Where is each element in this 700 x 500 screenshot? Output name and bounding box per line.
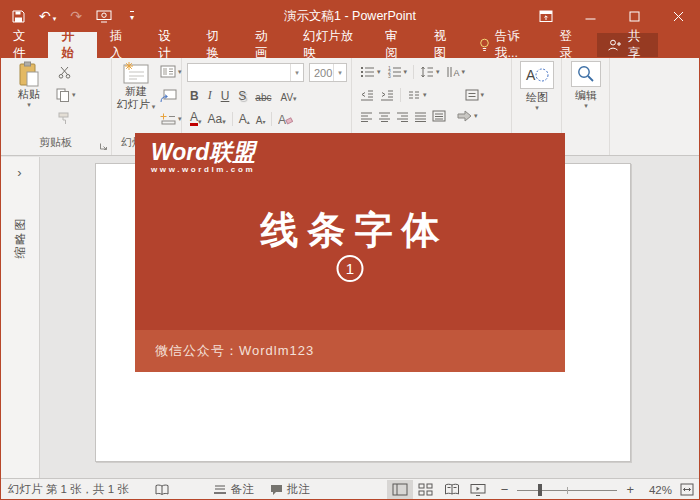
distribute-button[interactable] bbox=[432, 110, 446, 122]
section-button[interactable]: ▾ bbox=[160, 113, 182, 125]
share-button[interactable]: 共享 bbox=[597, 33, 658, 57]
tab-insert[interactable]: 插入 bbox=[97, 32, 145, 58]
clear-formatting-button[interactable]: A bbox=[278, 112, 293, 126]
tab-slideshow[interactable]: 幻灯片放映 bbox=[290, 32, 372, 58]
start-slideshow-button[interactable] bbox=[96, 10, 112, 23]
undo-button[interactable]: ↶ ▾ bbox=[39, 9, 56, 23]
zoom-slider-thumb[interactable] bbox=[538, 484, 542, 496]
tell-me-button[interactable]: 告诉我... bbox=[469, 32, 546, 58]
numbering-button[interactable]: 123 ▾ bbox=[387, 66, 408, 78]
zoom-out-button[interactable]: − bbox=[499, 482, 511, 497]
chevron-down-icon: ▾ bbox=[481, 91, 485, 99]
slide-sorter-view-button[interactable] bbox=[413, 480, 439, 500]
smartart-icon bbox=[457, 110, 472, 122]
lightbulb-icon bbox=[479, 38, 490, 52]
new-slide-button[interactable]: 新建 幻灯片▾ bbox=[113, 61, 159, 111]
sign-in-button[interactable]: 登录 bbox=[546, 32, 594, 58]
reset-slide-button[interactable] bbox=[160, 89, 177, 103]
quick-access-toolbar: ↶ ▾ ↷ ▾ bbox=[0, 9, 134, 23]
notes-button[interactable]: 备注 bbox=[213, 482, 254, 497]
slide-image[interactable]: Word联盟 www.wordlm.com 线条字体 1 微信公众号：Wordl… bbox=[135, 133, 565, 372]
shrink-font-button[interactable]: A ▾ bbox=[256, 115, 266, 126]
copy-button[interactable]: ▾ bbox=[56, 88, 76, 102]
zoom-in-button[interactable]: + bbox=[624, 482, 636, 497]
reading-view-button[interactable] bbox=[439, 480, 465, 500]
text-direction-icon: A bbox=[446, 66, 460, 78]
section-icon bbox=[160, 113, 176, 125]
thumbnail-pane-collapsed[interactable]: › 缩略图 bbox=[0, 157, 40, 478]
grow-font-label: A bbox=[239, 112, 247, 126]
slide-footer-band: 微信公众号：Wordlm123 bbox=[135, 330, 565, 372]
redo-button[interactable]: ↷ bbox=[70, 9, 82, 23]
svg-text:A: A bbox=[453, 68, 459, 78]
copy-icon bbox=[56, 88, 70, 102]
fit-slide-to-window-button[interactable] bbox=[680, 483, 694, 496]
thumbnail-pane-label: 缩略图 bbox=[11, 217, 28, 259]
tab-animations[interactable]: 动画 bbox=[242, 32, 290, 58]
line-spacing-icon bbox=[420, 66, 434, 78]
expand-pane-chevron-icon[interactable]: › bbox=[0, 165, 39, 180]
increase-indent-button[interactable] bbox=[380, 89, 394, 101]
format-painter-icon bbox=[57, 112, 70, 125]
underline-button[interactable]: U bbox=[221, 89, 230, 103]
chevron-down-icon: ▾ bbox=[72, 91, 76, 99]
slide-counter: 幻灯片 第 1 张，共 1 张 bbox=[8, 482, 129, 497]
columns-button[interactable]: ▾ bbox=[407, 90, 427, 101]
change-case-button[interactable]: Aa ▾ bbox=[208, 112, 226, 126]
comments-button[interactable]: 批注 bbox=[270, 482, 310, 497]
text-shadow-button[interactable]: S bbox=[238, 89, 246, 103]
editing-group: 编辑 ▾ bbox=[562, 58, 610, 155]
character-spacing-label: AV bbox=[280, 92, 293, 103]
font-color-label: A bbox=[190, 112, 198, 126]
clipboard-dialog-launcher[interactable] bbox=[99, 142, 108, 151]
tab-home[interactable]: 开始 bbox=[48, 32, 96, 58]
align-center-button[interactable] bbox=[378, 111, 391, 122]
save-button[interactable] bbox=[12, 10, 25, 23]
smartart-button[interactable]: ▾ bbox=[457, 110, 478, 122]
tab-design[interactable]: 设计 bbox=[145, 32, 193, 58]
format-painter-button[interactable] bbox=[57, 112, 70, 125]
person-add-icon bbox=[607, 39, 622, 51]
chevron-down-icon: ▾ bbox=[27, 101, 31, 109]
decrease-indent-button[interactable] bbox=[360, 89, 374, 101]
slide-layout-button[interactable]: ▾ bbox=[160, 65, 182, 78]
share-label: 共享 bbox=[628, 28, 648, 62]
drawing-button[interactable]: A 绘图 ▾ bbox=[514, 61, 560, 112]
customize-qat-button[interactable]: ▾ bbox=[126, 11, 134, 22]
cut-button[interactable] bbox=[58, 66, 71, 79]
strikethrough-button[interactable]: abc bbox=[255, 92, 271, 103]
line-spacing-button[interactable]: ▾ bbox=[420, 66, 440, 78]
slideshow-view-button[interactable] bbox=[465, 480, 491, 500]
bullets-button[interactable]: ▾ bbox=[360, 66, 381, 78]
editing-button[interactable]: 编辑 ▾ bbox=[563, 61, 609, 110]
new-slide-icon bbox=[122, 61, 150, 85]
font-color-button[interactable]: A ▾ bbox=[190, 112, 202, 126]
tab-transitions[interactable]: 切换 bbox=[194, 32, 242, 58]
font-size-value: 200 bbox=[310, 67, 333, 79]
tab-review[interactable]: 审阅 bbox=[372, 32, 420, 58]
align-left-button[interactable] bbox=[360, 111, 373, 122]
justify-button[interactable] bbox=[414, 111, 427, 122]
chevron-down-icon: ▾ bbox=[584, 102, 588, 110]
zoom-slider[interactable] bbox=[517, 483, 617, 497]
paste-button[interactable]: 粘贴 ▾ bbox=[6, 61, 52, 109]
close-button[interactable] bbox=[656, 0, 700, 32]
zoom-percentage[interactable]: 42% bbox=[636, 484, 672, 496]
normal-view-button[interactable] bbox=[387, 480, 413, 500]
font-name-combobox[interactable]: ▾ bbox=[187, 63, 304, 82]
spell-check-button[interactable] bbox=[155, 484, 169, 496]
tab-file[interactable]: 文件 bbox=[0, 32, 48, 58]
paste-label: 粘贴 bbox=[18, 88, 40, 101]
italic-button[interactable]: I bbox=[208, 88, 212, 103]
font-size-combobox[interactable]: 200 ▾ bbox=[309, 63, 347, 82]
character-spacing-button[interactable]: AV ▾ bbox=[280, 92, 296, 103]
minimize-icon bbox=[585, 11, 596, 22]
chevron-down-icon: ▾ bbox=[474, 112, 478, 120]
grow-font-button[interactable]: A ▴ bbox=[239, 112, 250, 126]
align-right-button[interactable] bbox=[396, 111, 409, 122]
bold-button[interactable]: B bbox=[190, 89, 199, 103]
align-text-button[interactable]: ▾ bbox=[465, 89, 485, 101]
chevron-down-icon: ▾ bbox=[404, 68, 408, 76]
tab-view[interactable]: 视图 bbox=[421, 32, 469, 58]
text-direction-button[interactable]: A ▾ bbox=[446, 66, 466, 78]
